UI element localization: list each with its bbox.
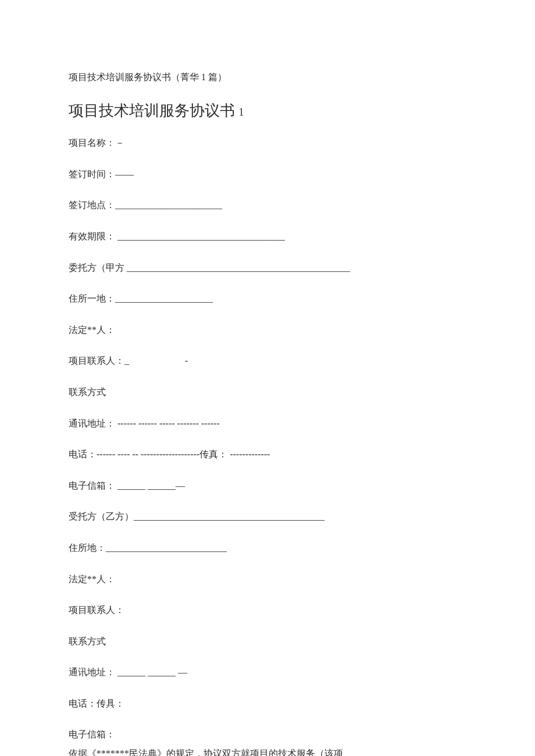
email-b-field: 电子信箱： — [69, 727, 466, 742]
contact-b-field: 项目联系人： — [69, 603, 466, 618]
legal-a-field: 法定**人： — [69, 323, 466, 338]
main-title: 项目技术培训服务协议书 1 — [69, 99, 466, 123]
party-b-field: 受托方（乙方）_________________________________… — [69, 509, 466, 524]
title-text: 项目技术培训服务协议书 — [69, 102, 239, 119]
contact-method-a-field: 联系方式 — [69, 385, 466, 400]
email-a-field: 电子信箱： ______ ______— — [69, 478, 466, 493]
address-b-field: 通讯地址： ______ ______ — — [69, 665, 466, 680]
phone-a-field: 电话：------ ---- -- -------------------传真：… — [69, 447, 466, 462]
subtitle: 项目技术培训服务协议书（菁华 1 篇） — [69, 70, 466, 85]
sign-time-field: 签订时间：—— — [69, 167, 466, 182]
contact-a-field: 项目联系人：_ - — [69, 353, 466, 368]
residence-b-field: 住所地：__________________________ — [69, 540, 466, 556]
sign-place-field: 签订地点：_______________________ — [69, 198, 466, 213]
contact-method-b-field: 联系方式 — [69, 634, 466, 649]
address-a-field: 通讯地址： ------ ------ ----- ------- ------ — [69, 416, 466, 431]
title-number: 1 — [239, 106, 244, 118]
project-name-field: 项目名称：－ — [69, 135, 466, 151]
phone-b-field: 电话：传具： — [69, 696, 466, 711]
body-paragraph: 依据《*******民法典》的规定，协议双方就项目的技术服务（该项 — [69, 746, 466, 756]
residence-a-field: 住所一地：_____________________ — [69, 291, 466, 306]
valid-period-field: 有效期限： __________________________________… — [69, 229, 466, 244]
party-a-field: 委托方（甲方 _________________________________… — [69, 260, 466, 275]
legal-b-field: 法定**人： — [69, 572, 466, 587]
